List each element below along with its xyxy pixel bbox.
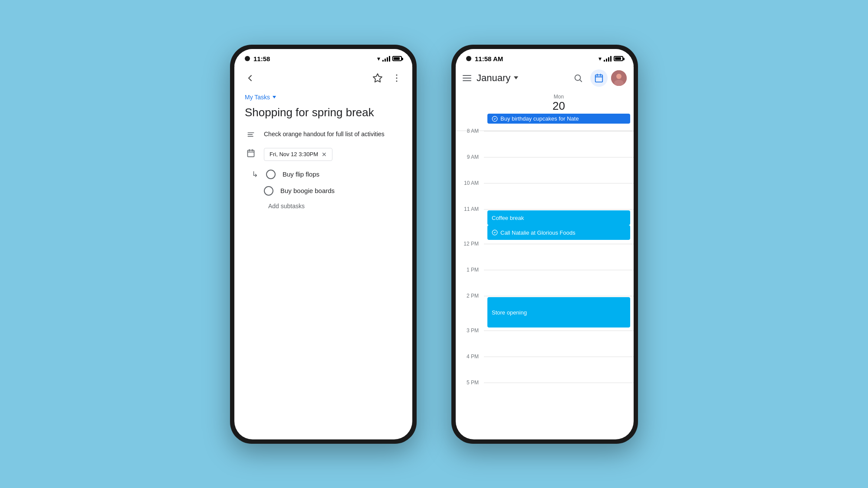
camera-dot-2: [466, 56, 471, 61]
time-row-3pm: 3 PM: [456, 331, 634, 357]
time-row-5pm: 5 PM: [456, 383, 634, 409]
add-subtasks-button[interactable]: Add subtasks: [268, 203, 402, 210]
time-line-5pm: [484, 383, 634, 409]
status-bar-tasks: 11:58 ▾: [234, 49, 412, 66]
time-line-3pm: [484, 331, 634, 357]
status-icons: ▾: [377, 55, 402, 62]
subtask-row-2: Buy boogie boards: [264, 186, 402, 196]
subtask-text-1: Buy flip flops: [283, 170, 319, 178]
time-line-10am: [484, 183, 634, 209]
battery-icon-2: [614, 56, 623, 61]
time-label-9am: 9 AM: [456, 154, 484, 160]
time-label-4pm: 4 PM: [456, 354, 484, 359]
time-line-9am: [484, 157, 634, 183]
time-line-1pm: [484, 270, 634, 296]
time-row-10am: 10 AM: [456, 183, 634, 209]
store-opening-event[interactable]: Store opening: [487, 297, 630, 328]
phone-calendar: 11:58 AM ▾ January: [451, 45, 638, 444]
time-display: 11:58: [253, 55, 270, 62]
time-line-4pm: [484, 357, 634, 383]
subtask-row-1: ↳ Buy flip flops: [252, 170, 402, 179]
calendar-body: Mon 20 Buy birthday cupcakes for Nate 8 …: [456, 92, 634, 439]
signal-icon-2: [604, 56, 612, 62]
all-day-event[interactable]: Buy birthday cupcakes for Nate: [487, 114, 630, 124]
svg-rect-4: [248, 132, 254, 133]
back-button[interactable]: [241, 69, 259, 87]
wifi-icon: ▾: [377, 55, 380, 62]
time-line-8am: [484, 131, 634, 157]
svg-point-2: [396, 77, 398, 79]
hamburger-menu[interactable]: [463, 75, 471, 81]
call-natalie-event[interactable]: Call Natalie at Glorious Foods: [487, 225, 630, 240]
svg-point-1: [396, 74, 398, 75]
day-header-content: Mon 20 Buy birthday cupcakes for Nate: [484, 92, 634, 129]
battery-icon: [392, 56, 402, 61]
date-row: Fri, Nov 12 3:30PM ✕: [245, 148, 402, 161]
time-row-9am: 9 AM: [456, 157, 634, 183]
subtask-arrow-icon: ↳: [252, 170, 258, 179]
calendar-view-button[interactable]: [590, 69, 608, 87]
time-line-11am: Coffee break Call Natalie at Glorious Fo…: [484, 209, 634, 244]
star-button[interactable]: [369, 69, 386, 87]
search-button[interactable]: [569, 69, 587, 87]
time-row-1pm: 1 PM: [456, 270, 634, 296]
time-row-8am: 8 AM: [456, 131, 634, 157]
time-label-12pm: 12 PM: [456, 241, 484, 246]
time-display-2: 11:58 AM: [475, 55, 503, 62]
time-label-3pm: 3 PM: [456, 328, 484, 333]
tasks-toolbar: [234, 66, 412, 90]
svg-point-3: [396, 80, 398, 82]
subtask-checkbox-1[interactable]: [266, 170, 276, 179]
svg-rect-6: [248, 136, 253, 137]
day-number: 20: [487, 100, 630, 112]
time-row-4pm: 4 PM: [456, 357, 634, 383]
wifi-icon-2: ▾: [598, 55, 602, 62]
day-name: Mon: [487, 94, 630, 100]
subtask-checkbox-2[interactable]: [264, 186, 273, 196]
status-icons-2: ▾: [598, 55, 623, 62]
time-label-1pm: 1 PM: [456, 267, 484, 272]
time-label-2pm: 2 PM: [456, 293, 484, 298]
time-row-12pm: 12 PM: [456, 244, 634, 270]
signal-icon: [382, 56, 390, 62]
calendar-title: January: [477, 72, 564, 84]
time-row-2pm: 2 PM Store opening: [456, 296, 634, 331]
svg-rect-13: [595, 75, 603, 82]
tasks-content: My Tasks Shopping for spring break Check…: [234, 90, 412, 439]
calendar-icon: [245, 148, 257, 157]
task-title: Shopping for spring break: [245, 106, 402, 119]
note-text: Check orange handout for full list of ac…: [264, 130, 385, 139]
time-label-5pm: 5 PM: [456, 380, 484, 385]
note-icon: [245, 130, 257, 139]
svg-marker-0: [373, 74, 382, 82]
time-label-11am: 11 AM: [456, 206, 484, 212]
time-label-8am: 8 AM: [456, 128, 484, 134]
user-avatar[interactable]: [611, 70, 627, 86]
coffee-break-event[interactable]: Coffee break: [487, 210, 630, 225]
date-chip-close[interactable]: ✕: [322, 151, 327, 158]
cal-toolbar-icons: [569, 69, 627, 87]
time-line-12pm: [484, 244, 634, 270]
svg-line-12: [580, 80, 582, 82]
time-row-11am: 11 AM Coffee break Call Natalie at Glori…: [456, 209, 634, 244]
camera-dot: [245, 56, 250, 61]
more-options-button[interactable]: [388, 69, 405, 87]
date-chip[interactable]: Fri, Nov 12 3:30PM ✕: [264, 148, 332, 161]
svg-rect-7: [248, 150, 254, 157]
note-row: Check orange handout for full list of ac…: [245, 130, 402, 139]
check-circle-icon: [492, 229, 498, 236]
subtask-text-2: Buy boogie boards: [280, 187, 335, 194]
time-line-2pm: Store opening: [484, 296, 634, 331]
time-label-10am: 10 AM: [456, 180, 484, 186]
phone-tasks: 11:58 ▾: [230, 45, 417, 444]
calendar-toolbar: January: [456, 66, 634, 92]
my-tasks-dropdown: [273, 96, 276, 98]
day-header: Mon 20 Buy birthday cupcakes for Nate: [456, 92, 634, 131]
my-tasks-label[interactable]: My Tasks: [245, 94, 402, 101]
svg-point-18: [616, 74, 621, 79]
month-dropdown-arrow: [514, 76, 518, 79]
svg-rect-5: [248, 134, 253, 135]
status-bar-calendar: 11:58 AM ▾: [456, 49, 634, 66]
